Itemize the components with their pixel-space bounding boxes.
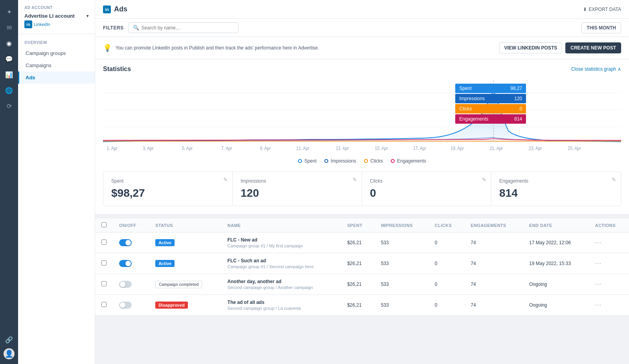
filters-button[interactable]: FILTERS (103, 25, 124, 31)
row-checkbox[interactable] (101, 302, 107, 307)
nav-icon-logo[interactable]: ✦ (2, 5, 16, 19)
banner-left: 💡 You can promote LinkedIn posts in Publ… (103, 44, 319, 52)
row-engagements: 74 (464, 232, 523, 253)
row-more-button[interactable]: ··· (595, 239, 601, 246)
nav-icon-avatar[interactable]: 👤 (4, 348, 15, 359)
th-name: NAME (221, 218, 341, 232)
nav-icon-link[interactable]: 🔗 (2, 333, 16, 347)
row-spent: $26,21 (341, 232, 375, 253)
chevron-down-icon: ▾ (86, 14, 88, 18)
row-engagements: 74 (464, 253, 523, 274)
legend-impressions: Impressions (324, 158, 356, 164)
account-name[interactable]: Advertise LI account ▾ (24, 13, 88, 19)
ads-table: ON/OFF STATUS NAME SPENT IMPRESSIONS CLI… (95, 218, 629, 316)
th-on-off: ON/OFF (113, 218, 149, 232)
ad-campaign: Second campaign group / Another campaign (228, 285, 335, 290)
ad-campaign: Campaign group #1 / My first campaign (228, 243, 335, 248)
table-row: Active FLC - Such an ad Campaign group #… (95, 253, 629, 274)
stats-label-clicks: Clicks (370, 178, 483, 184)
legend-dot-engagements (391, 159, 395, 163)
stats-label-engagements: Engagements (499, 178, 613, 184)
row-end-date: Ongoing (523, 274, 589, 295)
row-checkbox[interactable] (101, 240, 107, 245)
tooltip-clicks: Clicks 0 (455, 104, 526, 113)
view-linkedin-posts-button[interactable]: VIEW LINKEDIN POSTS (499, 42, 563, 53)
stats-label-spent: Spent (111, 178, 224, 184)
stats-value-impressions: 120 (241, 187, 354, 199)
row-more-button[interactable]: ··· (595, 260, 601, 267)
search-wrap: 🔍 (129, 22, 239, 33)
select-all-checkbox[interactable] (101, 222, 107, 227)
nav-icon-advertise[interactable]: ◉ (2, 36, 16, 50)
row-checkbox[interactable] (101, 281, 107, 286)
edit-impressions-icon[interactable]: ✎ (353, 177, 357, 183)
svg-text:7. Apr: 7. Apr (221, 146, 232, 151)
svg-text:5. Apr: 5. Apr (182, 146, 193, 151)
nav-icon-publish[interactable]: ✉ (2, 20, 16, 35)
svg-text:19. Apr: 19. Apr (451, 146, 464, 151)
sidebar-item-campaigns[interactable]: Campaigns (18, 59, 95, 71)
row-name-cell: The ad of all ads Second campaign group … (221, 295, 341, 316)
status-badge: Campaign completed (155, 281, 202, 288)
svg-text:17. Apr: 17. Apr (413, 146, 427, 151)
row-more-button[interactable]: ··· (595, 281, 601, 288)
row-toggle[interactable] (119, 239, 132, 246)
svg-text:3. Apr: 3. Apr (143, 146, 154, 151)
row-checkbox-cell (95, 295, 113, 316)
row-clicks: 0 (429, 253, 464, 274)
stats-card-spent: Spent $98,27 ✎ (103, 172, 233, 206)
row-status-cell: Active (149, 253, 221, 274)
row-toggle[interactable] (119, 260, 132, 267)
stats-value-spent: $98,27 (111, 187, 224, 199)
row-toggle-cell (113, 253, 149, 274)
export-data-button[interactable]: ⬇ EXPORT DATA (583, 7, 621, 12)
chart-tooltip: Spent 98,27 Impressions 120 Clicks 0 Eng… (455, 84, 526, 124)
row-status-cell: Campaign completed (149, 274, 221, 295)
row-more-button[interactable]: ··· (595, 302, 601, 309)
search-icon: 🔍 (133, 25, 139, 31)
lightbulb-icon: 💡 (103, 44, 112, 52)
sidebar-item-ads[interactable]: Ads (18, 71, 95, 84)
row-toggle[interactable] (119, 302, 132, 309)
row-checkbox-cell (95, 232, 113, 253)
topbar-linkedin-icon: in (103, 5, 111, 13)
content-area: 💡 You can promote LinkedIn posts in Publ… (95, 37, 629, 364)
nav-icon-analytics[interactable]: 📊 (2, 68, 16, 82)
this-month-button[interactable]: THIS MONTH (581, 22, 621, 33)
row-name-cell: FLC - New ad Campaign group #1 / My firs… (221, 232, 341, 253)
row-checkbox[interactable] (101, 260, 107, 265)
edit-engagements-icon[interactable]: ✎ (612, 177, 616, 183)
svg-text:21. Apr: 21. Apr (490, 146, 503, 151)
nav-icon-listen[interactable]: 🌐 (2, 83, 16, 97)
legend-clicks: Clicks (364, 158, 383, 164)
ad-name: FLC - Such an ad (228, 258, 335, 263)
legend-dot-spent (298, 159, 302, 163)
svg-text:11. Apr: 11. Apr (296, 146, 310, 151)
row-end-date: Ongoing (523, 295, 589, 316)
edit-spent-icon[interactable]: ✎ (223, 177, 228, 183)
row-end-date: 19 May 2022, 15:33 (523, 253, 589, 274)
create-new-post-button[interactable]: CREATE NEW POST (565, 42, 621, 53)
th-actions: ACTIONS (589, 218, 629, 232)
status-badge: Active (155, 260, 175, 267)
nav-icon-engage[interactable]: 💬 (2, 52, 16, 66)
row-toggle[interactable] (119, 281, 132, 288)
statistics-chart: 1. Apr 3. Apr 5. Apr 7. Apr 9. Apr 11. A… (103, 76, 621, 154)
row-checkbox-cell (95, 274, 113, 295)
close-statistics-button[interactable]: Close statistics graph ∧ (571, 66, 621, 72)
row-toggle-cell (113, 274, 149, 295)
row-impressions: 533 (375, 232, 429, 253)
row-spent: $26,21 (341, 253, 375, 274)
edit-clicks-icon[interactable]: ✎ (482, 177, 486, 183)
row-toggle-cell (113, 232, 149, 253)
search-input[interactable] (142, 25, 234, 31)
row-checkbox-cell (95, 253, 113, 274)
nav-icon-automate[interactable]: ⟳ (2, 99, 16, 113)
svg-text:9. Apr: 9. Apr (260, 146, 271, 151)
row-clicks: 0 (429, 295, 464, 316)
legend-spent: Spent (298, 158, 316, 164)
ad-name: FLC - New ad (228, 237, 335, 243)
chart-legend: Spent Impressions Clicks Engagements (103, 154, 621, 168)
row-clicks: 0 (429, 274, 464, 295)
sidebar-item-campaign-groups[interactable]: Campaign groups (18, 47, 95, 59)
